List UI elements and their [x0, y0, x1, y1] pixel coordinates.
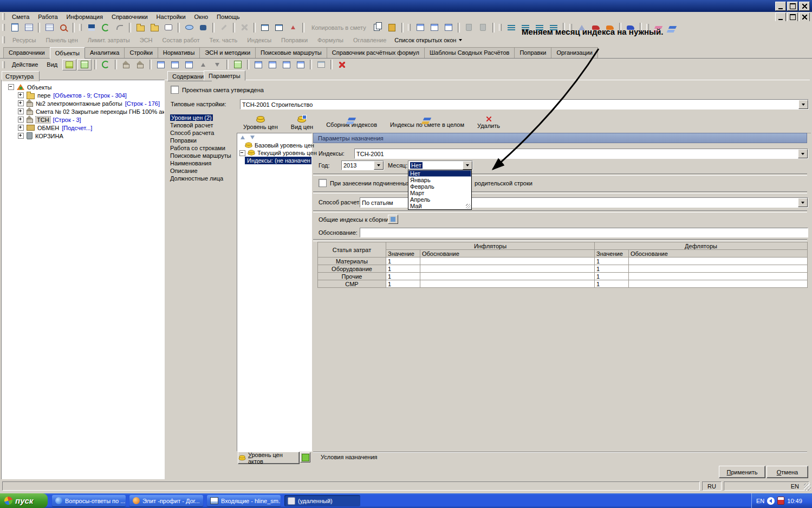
- tab-normativy[interactable]: Нормативы: [158, 47, 200, 58]
- taskbar-task-voprosy[interactable]: Вопросы-ответы по ...: [52, 495, 126, 506]
- settings-item-tipovoi-raschet[interactable]: Типовой расчет: [168, 121, 237, 129]
- month-option-may[interactable]: Май: [408, 203, 471, 209]
- month-option-april[interactable]: Апрель: [408, 196, 471, 203]
- title-bar[interactable]: [0, 0, 812, 12]
- deflator-justification-cell[interactable]: [629, 273, 808, 280]
- tree-item-korzina[interactable]: КОРЗИНА: [2, 132, 164, 140]
- green-calc-button[interactable]: [231, 60, 244, 70]
- justification-field[interactable]: [360, 228, 808, 237]
- subrows-checkbox[interactable]: [319, 179, 327, 187]
- tab-poiskovye-marshruty[interactable]: Поисковые маршруты: [255, 47, 327, 58]
- inflator-justification-cell[interactable]: [420, 258, 595, 265]
- month-option-march[interactable]: Март: [408, 190, 471, 196]
- menu-okno[interactable]: Окно: [190, 13, 213, 21]
- price-level-button[interactable]: Уровень цен: [237, 113, 284, 133]
- taskbar-task-inbox[interactable]: Входящие - hline_sm...: [207, 495, 281, 506]
- indexes-whole-estimate-button[interactable]: Индексы по смете в целом: [384, 113, 471, 133]
- tree-item-smeta02[interactable]: Смета № 02 Закрытые переходы ГНБ 100% ак…: [2, 107, 164, 115]
- toolbar-grip[interactable]: [408, 24, 411, 31]
- menu-informacia[interactable]: Информация: [62, 13, 107, 21]
- tab-obekty[interactable]: Объекты: [50, 47, 85, 59]
- deflator-value-cell[interactable]: 1: [595, 258, 629, 265]
- base-price-level-item[interactable]: Базовый уровень цен: [237, 142, 311, 149]
- deflator-value-cell[interactable]: 1: [595, 265, 629, 273]
- menu-rabota[interactable]: Работа: [34, 13, 62, 21]
- menu-spravochniki[interactable]: Справочники: [107, 13, 152, 21]
- menu-pomosch[interactable]: Помощь: [212, 13, 244, 21]
- settings-item-rabota-so-strokami[interactable]: Работа со строками: [168, 144, 237, 152]
- mdi-minimize-button[interactable]: [775, 12, 786, 22]
- copy-button[interactable]: [372, 22, 385, 33]
- deflator-justification-cell[interactable]: [629, 280, 808, 288]
- inflator-value-cell[interactable]: 1: [386, 258, 420, 265]
- view-button[interactable]: [183, 22, 196, 33]
- expand-icon[interactable]: [18, 92, 24, 98]
- tree-item-tsn[interactable]: ТСН [Строк - 3]: [2, 115, 164, 124]
- move-down-button[interactable]: [211, 60, 224, 70]
- p-button[interactable]: [168, 60, 181, 70]
- search-button[interactable]: [57, 22, 70, 33]
- year-combo[interactable]: 2013: [341, 160, 384, 170]
- window-list-button[interactable]: [272, 22, 285, 33]
- taskbar-task-elit-profit[interactable]: Элит -профит - Дог...: [129, 495, 203, 506]
- tab-organizacii[interactable]: Организации: [551, 47, 598, 58]
- tab-spravochniki[interactable]: Справочники: [3, 47, 50, 58]
- p-mode-button[interactable]: [428, 22, 441, 33]
- dropdown-button[interactable]: [798, 149, 808, 158]
- dropdown-button[interactable]: [798, 100, 808, 109]
- tray-language-indicator[interactable]: EN: [756, 498, 764, 504]
- mode-e-button[interactable]: [62, 59, 76, 70]
- blue-layers-button[interactable]: [666, 22, 679, 33]
- minimize-button[interactable]: [775, 2, 786, 11]
- add-folder-button[interactable]: [134, 22, 147, 33]
- move-up-button[interactable]: [197, 60, 210, 70]
- comment-button[interactable]: [162, 22, 175, 33]
- new-object-button[interactable]: [120, 60, 133, 70]
- window-add-button[interactable]: [258, 22, 271, 33]
- dropdown-button[interactable]: [798, 198, 808, 207]
- close-button[interactable]: [799, 2, 810, 11]
- indexes-item-selected[interactable]: Индексы: (не назначен: [245, 157, 311, 164]
- undo-button[interactable]: [113, 22, 126, 33]
- indexes-combo[interactable]: ТСН-2001: [354, 149, 808, 159]
- month-option-january[interactable]: Январь: [408, 177, 471, 183]
- inflator-justification-cell[interactable]: [420, 265, 595, 273]
- pk-mode-button[interactable]: [414, 22, 427, 33]
- restore-button[interactable]: [787, 2, 798, 11]
- paste-button[interactable]: [386, 22, 399, 33]
- tab-parametry[interactable]: Параметры: [204, 70, 245, 81]
- mode-calc-button[interactable]: [77, 59, 92, 70]
- expand-icon[interactable]: [18, 117, 24, 123]
- refresh-tree-button[interactable]: [99, 60, 112, 70]
- new-estimate-button[interactable]: [8, 22, 21, 33]
- toolbar-grip[interactable]: [2, 36, 5, 43]
- deflator-value-cell[interactable]: 1: [595, 280, 629, 288]
- settings-item-dolzhnostnye-lica[interactable]: Должностные лица: [168, 175, 237, 182]
- dropdown-button[interactable]: [463, 161, 472, 170]
- resize-grip[interactable]: [804, 484, 811, 491]
- move-down-button[interactable]: [250, 136, 255, 139]
- toolbar-grip[interactable]: [79, 24, 82, 31]
- tree-item-objects[interactable]: Объекты: [2, 83, 164, 91]
- inflator-value-cell[interactable]: 1: [386, 280, 420, 288]
- deflator-value-cell[interactable]: 1: [595, 273, 629, 280]
- inflator-value-cell[interactable]: 1: [386, 273, 420, 280]
- resize-grip[interactable]: [466, 204, 471, 209]
- inflator-justification-cell[interactable]: [420, 280, 595, 288]
- tray-app-icon[interactable]: [777, 497, 784, 505]
- price-kind-button[interactable]: Вид цен: [284, 113, 320, 133]
- deflator-justification-cell[interactable]: [629, 258, 808, 265]
- export-button[interactable]: [43, 22, 56, 33]
- m2-button[interactable]: [266, 60, 279, 70]
- menu-nastroiki[interactable]: Настройки: [152, 13, 190, 21]
- open-windows-list-button[interactable]: Список открытых окон: [391, 37, 465, 43]
- deflator-justification-cell[interactable]: [629, 265, 808, 273]
- settings-item-popravki[interactable]: Поправки: [168, 137, 237, 144]
- common-indexes-button[interactable]: [388, 215, 398, 224]
- expand-icon[interactable]: [18, 108, 24, 114]
- collapse-icon[interactable]: [8, 84, 14, 90]
- expand-icon[interactable]: [18, 133, 24, 139]
- expand-icon[interactable]: [18, 125, 24, 131]
- percent-button[interactable]: [252, 60, 265, 70]
- acts-price-level-button[interactable]: Уровень цен актов: [238, 452, 300, 464]
